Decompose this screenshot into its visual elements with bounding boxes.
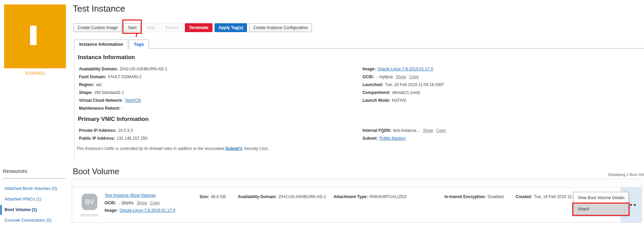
fqdn-copy-link[interactable]: Copy: [436, 128, 446, 133]
field-value: 10.0.3.3: [118, 128, 133, 133]
create-instance-configuration-button[interactable]: Create Instance Configuration: [249, 23, 312, 32]
field-value: test-instance...: [393, 128, 420, 133]
tab-bar: Instance Information Tags: [74, 40, 644, 49]
subnets-link[interactable]: Subnet's: [225, 146, 243, 151]
field-label: Availability Domain:: [238, 194, 277, 199]
vcn-field: Virtual Cloud Network:TestVCN: [79, 98, 141, 103]
start-button[interactable]: Start: [124, 23, 140, 32]
field-label: Compartment:: [362, 90, 390, 95]
field-label: OCID:: [105, 201, 116, 205]
field-value: Tue, 19 Feb 2019 11:04:16 GMT: [385, 82, 444, 87]
field-value: demok21 (root): [392, 90, 420, 95]
boot-volume-table-header: [72, 179, 642, 188]
subnet-link[interactable]: Public-Bastion: [380, 136, 406, 141]
table-row: BV DETACHED Test Instance (Boot Volume) …: [72, 188, 642, 222]
field-value: FAULT-DOMAIN-2: [108, 74, 141, 79]
vcn-link[interactable]: TestVCN: [125, 98, 141, 103]
field-label: Size:: [200, 194, 209, 199]
field-label: Image:: [362, 67, 376, 71]
field-value: Disabled: [488, 194, 504, 199]
sidebar-item-attached-vnics[interactable]: Attached VNICs (1): [0, 194, 70, 205]
divider: [3, 178, 66, 179]
field-label: Maintenance Reboot:: [79, 106, 120, 111]
in-transit-encryption-field: In-transit Encryption:Disabled: [444, 194, 504, 199]
field-value: ...3jbp6a: [118, 201, 134, 205]
bv-ocid-show-link[interactable]: Show: [137, 201, 147, 205]
boot-volume-name-cell: Test Instance (Boot Volume) OCID:...3jbp…: [105, 192, 175, 214]
field-value: -: [122, 106, 123, 111]
ellipsis-icon: [630, 204, 632, 206]
field-value: ZIHJ:US-ASHBURN-AD-1: [278, 194, 326, 199]
field-value: NATIVE: [392, 98, 406, 103]
boot-volume-heading: Boot Volume: [73, 167, 119, 176]
boot-volume-table: BV DETACHED Test Instance (Boot Volume) …: [72, 179, 642, 223]
terminate-button[interactable]: Terminate: [185, 23, 212, 32]
field-label: Created:: [516, 194, 532, 199]
stop-button: Stop: [143, 23, 160, 32]
subnet-field: Subnet:Public-Bastion: [362, 136, 406, 141]
apply-tags-button[interactable]: Apply Tag(s): [215, 23, 247, 32]
traffic-note-text: This Instance's traffic is controlled by…: [76, 146, 225, 151]
field-label: Virtual Cloud Network:: [79, 98, 123, 103]
field-label: Image:: [105, 208, 118, 213]
ellipsis-icon: [634, 204, 636, 206]
boot-volume-actions-menu: View Boot Volume Details Attach: [573, 192, 629, 215]
create-custom-image-button[interactable]: Create Custom Image: [73, 23, 122, 32]
field-value: ZIHJ:US-ASHBURN-AD-1: [120, 67, 167, 71]
attachment-type-field: Attachment Type:PARAVIRTUALIZED: [333, 194, 407, 199]
image-link[interactable]: Oracle-Linux-7.6-2019.01.17-0: [378, 67, 433, 71]
field-value: iad: [96, 82, 101, 87]
ocid-copy-link[interactable]: Copy: [409, 74, 419, 79]
field-value: 46.6 GB: [211, 194, 226, 199]
ocid-field: OCID:...mpfpsaShowCopy: [362, 74, 419, 79]
field-label: Attachment Type:: [333, 194, 368, 199]
boot-volume-avatar: BV: [82, 194, 97, 210]
ocid-show-link[interactable]: Show: [396, 74, 406, 79]
field-label: OCID:: [362, 74, 374, 79]
bv-image-link[interactable]: Oracle-Linux-7.6-2019.01.17-0: [120, 208, 175, 213]
maintenance-reboot-field: Maintenance Reboot:-: [79, 106, 123, 111]
menu-item-attach[interactable]: Attach: [574, 204, 628, 215]
instance-status-tile: [4, 4, 66, 68]
field-label: In-transit Encryption:: [444, 194, 486, 199]
field-label: Launched:: [362, 82, 383, 87]
field-label: Internal FQDN:: [362, 128, 392, 133]
field-value: PARAVIRTUALIZED: [369, 194, 407, 199]
sidebar-item-console-connections[interactable]: Console Connections (0): [0, 215, 70, 226]
availability-domain-field: Availability Domain:ZIHJ:US-ASHBURN-AD-1: [79, 67, 167, 71]
instance-information-panel: Instance Information Availability Domain…: [74, 48, 644, 161]
region-field: Region:iad: [79, 82, 101, 87]
annotation-start-tail: [136, 33, 138, 37]
boot-volume-name-link[interactable]: Test Instance (Boot Volume): [105, 193, 156, 198]
bv-ocid-copy-link[interactable]: Copy: [150, 201, 160, 205]
shape-field: Shape:VM.Standard2.1: [79, 90, 124, 95]
field-label: Region:: [79, 82, 94, 87]
size-field: Size:46.6 GB: [200, 194, 226, 199]
instance-information-heading: Instance Information: [78, 54, 135, 61]
launched-field: Launched:Tue, 19 Feb 2019 11:04:16 GMT: [362, 82, 444, 87]
tab-instance-information[interactable]: Instance Information: [74, 40, 128, 49]
internal-fqdn-field: Internal FQDN:test-instance...ShowCopy: [362, 128, 446, 133]
menu-item-view-boot-volume-details[interactable]: View Boot Volume Details: [574, 192, 628, 204]
field-label: Availability Domain:: [79, 67, 118, 71]
sidebar-item-attached-block-volumes[interactable]: Attached Block Volumes (0): [0, 183, 70, 194]
sidebar-item-boot-volume[interactable]: Boot Volume (1): [0, 205, 70, 215]
fqdn-show-link[interactable]: Show: [423, 128, 433, 133]
launch-mode-field: Launch Mode:NATIVE: [362, 98, 407, 103]
field-label: Subnet:: [362, 136, 378, 141]
bv-availability-domain-field: Availability Domain:ZIHJ:US-ASHBURN-AD-1: [238, 194, 326, 199]
field-label: Public IP Address:: [79, 136, 115, 141]
field-value: Tue, 19 Feb 2019 11:: [534, 194, 573, 199]
compartment-field: Compartment:demok21 (root): [362, 90, 420, 95]
public-ip-field: Public IP Address:132.145.157.250: [79, 136, 147, 141]
resources-heading: Resources: [3, 168, 27, 174]
traffic-note-suffix: Security Lists.: [243, 146, 269, 151]
instance-icon: [30, 26, 37, 45]
tab-tags[interactable]: Tags: [129, 40, 149, 49]
field-value: VM.Standard2.1: [94, 90, 124, 95]
toolbar: Create Custom Image Start Stop Reboot Te…: [73, 23, 312, 32]
image-field: Image:Oracle-Linux-7.6-2019.01.17-0: [362, 67, 433, 71]
primary-vnic-heading: Primary VNIC Information: [78, 116, 149, 123]
reboot-button: Reboot: [161, 23, 183, 32]
traffic-note: This Instance's traffic is controlled by…: [76, 146, 269, 151]
